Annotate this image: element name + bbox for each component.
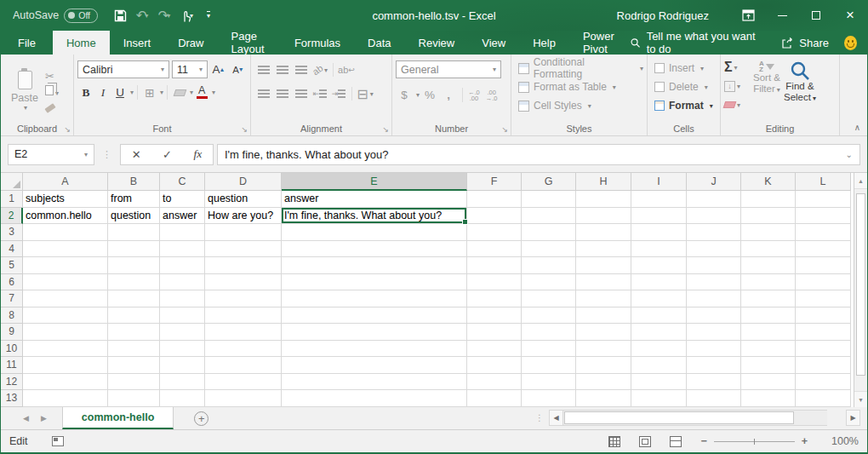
font-size-select[interactable]: 11▾ bbox=[172, 60, 208, 78]
cell-C4[interactable] bbox=[160, 241, 205, 258]
cell-H7[interactable] bbox=[576, 290, 631, 307]
tab-insert[interactable]: Insert bbox=[110, 31, 165, 55]
cell-D1[interactable]: question bbox=[205, 191, 282, 208]
prev-sheet-icon[interactable]: ◀ bbox=[23, 414, 29, 422]
formula-bar-splitter[interactable]: ⋮ bbox=[102, 149, 112, 160]
close-button[interactable]: × bbox=[833, 0, 867, 31]
zoom-slider[interactable] bbox=[714, 441, 795, 442]
cut-button[interactable]: ✂ bbox=[45, 70, 59, 83]
cell-H9[interactable] bbox=[576, 324, 631, 341]
save-button[interactable] bbox=[110, 4, 130, 26]
cell-H11[interactable] bbox=[576, 357, 631, 374]
cell-C13[interactable] bbox=[160, 390, 205, 407]
tab-scrollbar-splitter[interactable]: ⋮ bbox=[535, 413, 544, 422]
cell-B12[interactable] bbox=[108, 374, 160, 391]
user-name[interactable]: Rodrigo Rodriguez bbox=[617, 9, 709, 22]
new-sheet-button[interactable]: + bbox=[194, 411, 208, 426]
vertical-scrollbar[interactable]: ▲ ▼ bbox=[854, 173, 867, 407]
cell-B4[interactable] bbox=[108, 241, 160, 258]
column-header-H[interactable]: H bbox=[576, 173, 631, 191]
cell-H4[interactable] bbox=[576, 241, 631, 258]
align-left-button[interactable] bbox=[254, 85, 273, 102]
number-dialog-launcher[interactable]: ↘ bbox=[501, 125, 508, 134]
row-header-11[interactable]: 11 bbox=[1, 357, 23, 374]
cell-D11[interactable] bbox=[205, 357, 282, 374]
tab-draw[interactable]: Draw bbox=[164, 31, 217, 55]
column-header-I[interactable]: I bbox=[631, 173, 687, 191]
cell-J10[interactable] bbox=[687, 341, 741, 358]
column-header-C[interactable]: C bbox=[160, 173, 205, 191]
tab-review[interactable]: Review bbox=[405, 31, 469, 55]
cell-F11[interactable] bbox=[467, 357, 522, 374]
copy-button[interactable]: ▾ bbox=[45, 85, 59, 98]
align-right-button[interactable] bbox=[292, 85, 311, 102]
paste-button[interactable]: Paste ▾ bbox=[8, 69, 42, 112]
cell-F2[interactable] bbox=[467, 208, 522, 225]
row-header-10[interactable]: 10 bbox=[1, 341, 23, 358]
cell-B7[interactable] bbox=[108, 290, 160, 307]
cell-L13[interactable] bbox=[796, 390, 851, 407]
cell-D7[interactable] bbox=[205, 290, 282, 307]
clear-button[interactable]: ▾ bbox=[724, 96, 750, 113]
cell-K7[interactable] bbox=[741, 290, 796, 307]
cell-I11[interactable] bbox=[631, 357, 687, 374]
bottom-align-button[interactable] bbox=[292, 61, 311, 78]
row-header-7[interactable]: 7 bbox=[1, 290, 23, 307]
format-painter-button[interactable] bbox=[45, 101, 59, 113]
cell-D13[interactable] bbox=[205, 390, 282, 407]
cell-F3[interactable] bbox=[467, 224, 522, 241]
cell-A10[interactable] bbox=[23, 341, 108, 358]
cell-K1[interactable] bbox=[741, 191, 796, 208]
cell-L12[interactable] bbox=[796, 374, 851, 391]
cell-A12[interactable] bbox=[23, 374, 108, 391]
cell-G5[interactable] bbox=[522, 257, 576, 274]
cell-K12[interactable] bbox=[741, 374, 796, 391]
cell-E2[interactable]: I'm fine, thanks. What about you? bbox=[282, 208, 467, 225]
cell-H1[interactable] bbox=[576, 191, 631, 208]
cell-F7[interactable] bbox=[467, 290, 522, 307]
cell-C10[interactable] bbox=[160, 341, 205, 358]
cell-E13[interactable] bbox=[282, 390, 467, 407]
fill-button[interactable]: ↓▾ bbox=[724, 78, 750, 95]
merge-center-button[interactable]: ⊟▾ bbox=[356, 85, 374, 102]
cell-A8[interactable] bbox=[23, 307, 108, 325]
sheet-tab-active[interactable]: common-hello bbox=[62, 407, 174, 429]
cell-H12[interactable] bbox=[576, 374, 631, 391]
cell-J8[interactable] bbox=[687, 307, 741, 325]
cell-C9[interactable] bbox=[160, 324, 205, 341]
ribbon-display-options-button[interactable] bbox=[731, 0, 765, 31]
cell-C12[interactable] bbox=[160, 374, 205, 391]
cell-D6[interactable] bbox=[205, 274, 282, 291]
page-layout-view-button[interactable] bbox=[639, 436, 651, 447]
tab-data[interactable]: Data bbox=[354, 31, 404, 55]
horizontal-scroll-thumb[interactable] bbox=[564, 411, 794, 424]
cell-E12[interactable] bbox=[282, 374, 467, 391]
increase-font-size-button[interactable]: A▲ bbox=[210, 60, 227, 78]
cell-L11[interactable] bbox=[796, 357, 851, 374]
cell-J13[interactable] bbox=[687, 390, 741, 407]
conditional-formatting-button[interactable]: Conditional Formatting▾ bbox=[515, 59, 643, 78]
clipboard-dialog-launcher[interactable]: ↘ bbox=[64, 125, 71, 134]
cell-J7[interactable] bbox=[687, 290, 741, 307]
column-header-B[interactable]: B bbox=[108, 173, 160, 191]
cell-J12[interactable] bbox=[687, 374, 741, 391]
cell-A2[interactable]: common.hello bbox=[23, 208, 108, 225]
cell-A3[interactable] bbox=[23, 224, 108, 241]
row-header-13[interactable]: 13 bbox=[1, 390, 23, 407]
cell-styles-button[interactable]: Cell Styles▾ bbox=[515, 96, 643, 115]
cell-B9[interactable] bbox=[108, 324, 160, 341]
orientation-button[interactable]: ab▾ bbox=[311, 61, 329, 78]
cell-H13[interactable] bbox=[576, 390, 631, 407]
insert-function-button[interactable]: fx bbox=[193, 147, 202, 161]
cell-F10[interactable] bbox=[467, 341, 522, 358]
cell-C3[interactable] bbox=[160, 224, 205, 241]
cell-C11[interactable] bbox=[160, 357, 205, 374]
sort-filter-button[interactable]: AZ Sort & Filter▾ bbox=[753, 60, 780, 113]
cell-C6[interactable] bbox=[160, 274, 205, 291]
column-header-E[interactable]: E bbox=[282, 173, 467, 191]
cell-J11[interactable] bbox=[687, 357, 741, 374]
row-header-6[interactable]: 6 bbox=[1, 274, 23, 291]
cell-B2[interactable]: question bbox=[108, 208, 160, 225]
normal-view-button[interactable] bbox=[608, 436, 620, 447]
cell-G2[interactable] bbox=[522, 208, 576, 225]
